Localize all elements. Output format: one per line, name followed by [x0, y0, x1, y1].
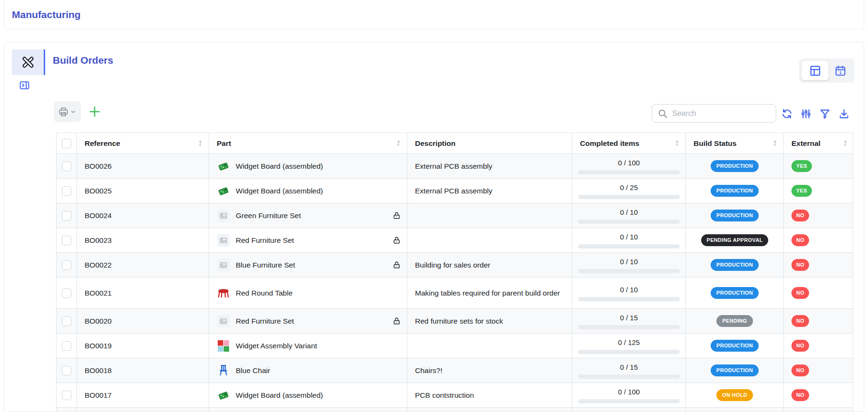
refresh-icon: [781, 108, 793, 120]
build-status-badge: PRODUCTION: [711, 185, 759, 196]
column-settings-button[interactable]: [800, 108, 812, 120]
build-description: Building for sales order: [415, 260, 491, 270]
part-name: Blue Chair: [236, 365, 270, 376]
search-box: [652, 104, 776, 123]
page-title: Build Orders: [53, 55, 113, 66]
build-reference: BO0020: [85, 316, 112, 326]
part-name: Red Furniture Set: [236, 235, 294, 246]
progress-bar: [578, 374, 680, 379]
sort-icon[interactable]: [197, 140, 204, 147]
part-thumbnail-pcb-icon: [217, 389, 230, 402]
build-status-badge: PRODUCTION: [711, 210, 759, 221]
table-row[interactable]: BO0024Green Furniture Set0 / 10PRODUCTIO…: [57, 203, 853, 228]
sidebar-item-build-orders[interactable]: [12, 49, 45, 75]
sort-icon[interactable]: [395, 140, 402, 147]
column-header-part[interactable]: Part: [209, 133, 407, 153]
cell-external: NO: [784, 358, 854, 383]
table-row[interactable]: BO0019Widget Assembly Variant0 / 125PROD…: [57, 334, 853, 358]
cell-build-status: PRODUCTION: [686, 154, 784, 178]
column-header-external[interactable]: External: [784, 133, 854, 153]
row-checkbox[interactable]: [62, 366, 71, 375]
table-row[interactable]: BO0026Widget Board (assembled)External P…: [57, 154, 853, 179]
row-checkbox[interactable]: [62, 186, 71, 196]
part-thumbnail-placeholder-icon: [217, 209, 230, 222]
cell-part: Widget Board (assembled): [209, 179, 407, 203]
table-row-partial[interactable]: [57, 408, 853, 412]
refresh-button[interactable]: [781, 108, 793, 120]
cell-completed-items: 0 / 10: [572, 278, 686, 308]
lock-icon: [392, 211, 401, 220]
external-badge: NO: [791, 315, 809, 326]
cell-part: Green Furniture Set: [209, 203, 407, 228]
row-checkbox[interactable]: [62, 316, 71, 326]
column-label: Description: [415, 139, 455, 148]
part-name: Green Furniture Set: [236, 211, 301, 221]
filter-button[interactable]: [819, 108, 831, 120]
cell-reference: BO0026: [77, 154, 209, 178]
row-checkbox[interactable]: [62, 211, 71, 220]
build-reference: BO0024: [85, 211, 112, 221]
cell-completed-items: 0 / 10: [572, 228, 686, 252]
build-orders-panel: Build Orders 1: [4, 42, 864, 412]
external-badge: NO: [791, 210, 809, 221]
cell-part: Blue Furniture Set: [209, 253, 407, 277]
sort-icon[interactable]: [772, 140, 779, 147]
table-row[interactable]: BO0020Red Furniture SetRed furniture set…: [57, 309, 853, 334]
row-checkbox[interactable]: [62, 391, 71, 400]
column-label: Build Status: [694, 139, 736, 148]
cell-external: NO: [784, 334, 854, 358]
row-checkbox[interactable]: [62, 288, 71, 298]
column-label: Part: [217, 139, 231, 148]
sort-icon[interactable]: [842, 140, 849, 147]
column-header-completed[interactable]: Completed items: [572, 133, 686, 153]
build-description: Making tables required for parent build …: [415, 288, 560, 298]
build-orders-table: ReferencePartDescriptionCompleted itemsB…: [56, 133, 853, 412]
sidebar-collapse-button[interactable]: [18, 78, 31, 92]
part-thumbnail-placeholder-icon: [217, 259, 230, 272]
row-checkbox[interactable]: [62, 236, 71, 245]
part-thumbnail-variant-icon: [217, 339, 230, 353]
sort-icon[interactable]: [674, 140, 681, 147]
completed-count: 0 / 15: [620, 313, 638, 323]
app-breadcrumb-title[interactable]: Manufacturing: [12, 9, 81, 20]
column-header-status[interactable]: Build Status: [686, 133, 784, 153]
row-checkbox[interactable]: [62, 341, 71, 351]
row-checkbox[interactable]: [62, 162, 71, 171]
cell-description: External PCB assembly: [407, 154, 572, 178]
row-checkbox[interactable]: [62, 260, 71, 270]
cell-part: Widget Board (assembled): [209, 154, 407, 178]
table-row[interactable]: BO0018Blue ChairChairs?!0 / 15PRODUCTION…: [57, 358, 853, 383]
cell-part: Widget Board (assembled): [209, 383, 407, 407]
part-thumbnail-pcb-icon: [217, 160, 230, 173]
part-thumbnail-placeholder-icon: [217, 234, 230, 247]
select-all-checkbox[interactable]: [62, 139, 71, 148]
cell-select: [57, 203, 77, 228]
table-row[interactable]: BO0021Red Round TableMaking tables requi…: [57, 278, 853, 309]
cell-part: Red Round Table: [209, 278, 407, 308]
table-row[interactable]: BO0017Widget Board (assembled)PCB contst…: [57, 383, 853, 408]
table-view-icon: [809, 65, 821, 77]
build-status-badge: PENDING APPROVAL: [701, 234, 769, 246]
search-input[interactable]: [652, 104, 776, 123]
column-label: External: [791, 139, 820, 148]
table-row[interactable]: BO0022Blue Furniture SetBuilding for sal…: [57, 253, 853, 278]
cell-description: Red furniture sets for stock: [407, 309, 572, 333]
print-actions-button[interactable]: [54, 101, 81, 122]
cell-part: Red Furniture Set: [209, 309, 407, 333]
table-view-button[interactable]: [801, 61, 829, 80]
column-header-reference[interactable]: Reference: [77, 133, 209, 153]
cell-empty: [57, 408, 77, 412]
part-name: Red Round Table: [236, 288, 293, 298]
build-description: External PCB assembly: [415, 161, 492, 172]
add-build-order-button[interactable]: [87, 105, 102, 119]
cell-description: [407, 228, 572, 252]
table-row[interactable]: BO0025Widget Board (assembled)External P…: [57, 179, 853, 203]
download-button[interactable]: [838, 108, 850, 120]
calendar-view-button[interactable]: 1: [829, 61, 852, 80]
table-header-row: ReferencePartDescriptionCompleted itemsB…: [57, 133, 853, 154]
table-row[interactable]: BO0023Red Furniture Set0 / 10PENDING APP…: [57, 228, 853, 253]
column-header-description: Description: [407, 133, 572, 153]
build-reference: BO0025: [85, 186, 112, 196]
cell-completed-items: 0 / 100: [572, 383, 686, 407]
build-status-badge: PRODUCTION: [711, 364, 759, 376]
